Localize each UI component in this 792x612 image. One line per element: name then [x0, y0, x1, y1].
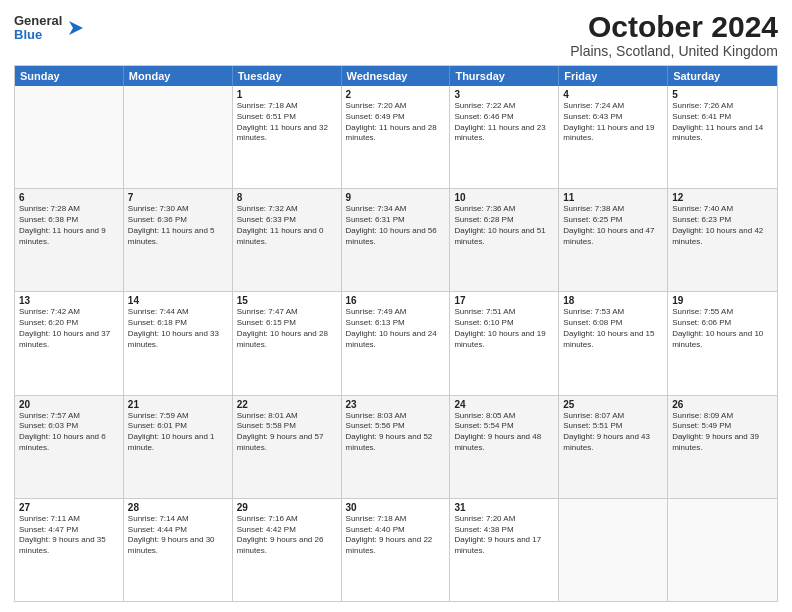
day-number: 12 [672, 192, 773, 203]
day-number: 18 [563, 295, 663, 306]
day-cell-5: 5Sunrise: 7:26 AM Sunset: 6:41 PM Daylig… [668, 86, 777, 188]
day-number: 4 [563, 89, 663, 100]
empty-cell [559, 499, 668, 601]
day-cell-3: 3Sunrise: 7:22 AM Sunset: 6:46 PM Daylig… [450, 86, 559, 188]
day-info: Sunrise: 7:40 AM Sunset: 6:23 PM Dayligh… [672, 204, 773, 247]
week-row-3: 13Sunrise: 7:42 AM Sunset: 6:20 PM Dayli… [15, 291, 777, 394]
day-info: Sunrise: 7:49 AM Sunset: 6:13 PM Dayligh… [346, 307, 446, 350]
day-info: Sunrise: 7:44 AM Sunset: 6:18 PM Dayligh… [128, 307, 228, 350]
day-info: Sunrise: 7:47 AM Sunset: 6:15 PM Dayligh… [237, 307, 337, 350]
calendar-header: SundayMondayTuesdayWednesdayThursdayFrid… [15, 66, 777, 86]
day-cell-9: 9Sunrise: 7:34 AM Sunset: 6:31 PM Daylig… [342, 189, 451, 291]
day-info: Sunrise: 7:20 AM Sunset: 6:49 PM Dayligh… [346, 101, 446, 144]
day-cell-14: 14Sunrise: 7:44 AM Sunset: 6:18 PM Dayli… [124, 292, 233, 394]
day-cell-12: 12Sunrise: 7:40 AM Sunset: 6:23 PM Dayli… [668, 189, 777, 291]
empty-cell [668, 499, 777, 601]
day-info: Sunrise: 8:03 AM Sunset: 5:56 PM Dayligh… [346, 411, 446, 454]
day-info: Sunrise: 7:59 AM Sunset: 6:01 PM Dayligh… [128, 411, 228, 454]
day-cell-31: 31Sunrise: 7:20 AM Sunset: 4:38 PM Dayli… [450, 499, 559, 601]
day-number: 13 [19, 295, 119, 306]
day-cell-8: 8Sunrise: 7:32 AM Sunset: 6:33 PM Daylig… [233, 189, 342, 291]
day-info: Sunrise: 7:26 AM Sunset: 6:41 PM Dayligh… [672, 101, 773, 144]
day-cell-16: 16Sunrise: 7:49 AM Sunset: 6:13 PM Dayli… [342, 292, 451, 394]
day-info: Sunrise: 7:24 AM Sunset: 6:43 PM Dayligh… [563, 101, 663, 144]
day-cell-29: 29Sunrise: 7:16 AM Sunset: 4:42 PM Dayli… [233, 499, 342, 601]
day-cell-20: 20Sunrise: 7:57 AM Sunset: 6:03 PM Dayli… [15, 396, 124, 498]
day-number: 7 [128, 192, 228, 203]
day-info: Sunrise: 8:05 AM Sunset: 5:54 PM Dayligh… [454, 411, 554, 454]
header-day-tuesday: Tuesday [233, 66, 342, 86]
header-day-saturday: Saturday [668, 66, 777, 86]
day-cell-17: 17Sunrise: 7:51 AM Sunset: 6:10 PM Dayli… [450, 292, 559, 394]
day-cell-1: 1Sunrise: 7:18 AM Sunset: 6:51 PM Daylig… [233, 86, 342, 188]
day-cell-22: 22Sunrise: 8:01 AM Sunset: 5:58 PM Dayli… [233, 396, 342, 498]
day-info: Sunrise: 7:55 AM Sunset: 6:06 PM Dayligh… [672, 307, 773, 350]
day-info: Sunrise: 8:07 AM Sunset: 5:51 PM Dayligh… [563, 411, 663, 454]
day-number: 30 [346, 502, 446, 513]
day-info: Sunrise: 7:16 AM Sunset: 4:42 PM Dayligh… [237, 514, 337, 557]
header-row: General Blue October 2024 Plains, Scotla… [14, 10, 778, 59]
day-info: Sunrise: 7:53 AM Sunset: 6:08 PM Dayligh… [563, 307, 663, 350]
day-cell-7: 7Sunrise: 7:30 AM Sunset: 6:36 PM Daylig… [124, 189, 233, 291]
day-number: 17 [454, 295, 554, 306]
calendar: SundayMondayTuesdayWednesdayThursdayFrid… [14, 65, 778, 602]
day-info: Sunrise: 8:09 AM Sunset: 5:49 PM Dayligh… [672, 411, 773, 454]
day-info: Sunrise: 7:32 AM Sunset: 6:33 PM Dayligh… [237, 204, 337, 247]
location-subtitle: Plains, Scotland, United Kingdom [570, 43, 778, 59]
header-day-friday: Friday [559, 66, 668, 86]
day-number: 22 [237, 399, 337, 410]
header-day-monday: Monday [124, 66, 233, 86]
day-cell-10: 10Sunrise: 7:36 AM Sunset: 6:28 PM Dayli… [450, 189, 559, 291]
day-number: 15 [237, 295, 337, 306]
day-info: Sunrise: 7:38 AM Sunset: 6:25 PM Dayligh… [563, 204, 663, 247]
day-cell-11: 11Sunrise: 7:38 AM Sunset: 6:25 PM Dayli… [559, 189, 668, 291]
day-cell-24: 24Sunrise: 8:05 AM Sunset: 5:54 PM Dayli… [450, 396, 559, 498]
day-info: Sunrise: 7:11 AM Sunset: 4:47 PM Dayligh… [19, 514, 119, 557]
svg-marker-0 [69, 21, 83, 35]
day-cell-2: 2Sunrise: 7:20 AM Sunset: 6:49 PM Daylig… [342, 86, 451, 188]
day-number: 20 [19, 399, 119, 410]
day-cell-15: 15Sunrise: 7:47 AM Sunset: 6:15 PM Dayli… [233, 292, 342, 394]
day-number: 21 [128, 399, 228, 410]
empty-cell [15, 86, 124, 188]
week-row-1: 1Sunrise: 7:18 AM Sunset: 6:51 PM Daylig… [15, 86, 777, 188]
day-number: 9 [346, 192, 446, 203]
day-number: 26 [672, 399, 773, 410]
day-number: 8 [237, 192, 337, 203]
calendar-body: 1Sunrise: 7:18 AM Sunset: 6:51 PM Daylig… [15, 86, 777, 601]
day-cell-25: 25Sunrise: 8:07 AM Sunset: 5:51 PM Dayli… [559, 396, 668, 498]
day-cell-23: 23Sunrise: 8:03 AM Sunset: 5:56 PM Dayli… [342, 396, 451, 498]
day-info: Sunrise: 7:30 AM Sunset: 6:36 PM Dayligh… [128, 204, 228, 247]
day-cell-26: 26Sunrise: 8:09 AM Sunset: 5:49 PM Dayli… [668, 396, 777, 498]
day-info: Sunrise: 7:42 AM Sunset: 6:20 PM Dayligh… [19, 307, 119, 350]
day-info: Sunrise: 7:34 AM Sunset: 6:31 PM Dayligh… [346, 204, 446, 247]
day-info: Sunrise: 7:18 AM Sunset: 4:40 PM Dayligh… [346, 514, 446, 557]
day-number: 3 [454, 89, 554, 100]
day-info: Sunrise: 7:51 AM Sunset: 6:10 PM Dayligh… [454, 307, 554, 350]
day-cell-4: 4Sunrise: 7:24 AM Sunset: 6:43 PM Daylig… [559, 86, 668, 188]
day-info: Sunrise: 7:57 AM Sunset: 6:03 PM Dayligh… [19, 411, 119, 454]
day-cell-19: 19Sunrise: 7:55 AM Sunset: 6:06 PM Dayli… [668, 292, 777, 394]
page: General Blue October 2024 Plains, Scotla… [0, 0, 792, 612]
day-number: 19 [672, 295, 773, 306]
logo-blue: Blue [14, 28, 62, 42]
day-number: 10 [454, 192, 554, 203]
logo-icon [65, 17, 87, 39]
day-info: Sunrise: 7:14 AM Sunset: 4:44 PM Dayligh… [128, 514, 228, 557]
day-number: 1 [237, 89, 337, 100]
day-number: 24 [454, 399, 554, 410]
day-info: Sunrise: 8:01 AM Sunset: 5:58 PM Dayligh… [237, 411, 337, 454]
day-number: 29 [237, 502, 337, 513]
month-year-title: October 2024 [570, 10, 778, 43]
day-cell-6: 6Sunrise: 7:28 AM Sunset: 6:38 PM Daylig… [15, 189, 124, 291]
day-number: 16 [346, 295, 446, 306]
day-number: 11 [563, 192, 663, 203]
day-number: 5 [672, 89, 773, 100]
logo: General Blue [14, 14, 87, 43]
header-day-sunday: Sunday [15, 66, 124, 86]
empty-cell [124, 86, 233, 188]
day-cell-13: 13Sunrise: 7:42 AM Sunset: 6:20 PM Dayli… [15, 292, 124, 394]
day-number: 31 [454, 502, 554, 513]
week-row-2: 6Sunrise: 7:28 AM Sunset: 6:38 PM Daylig… [15, 188, 777, 291]
day-number: 2 [346, 89, 446, 100]
